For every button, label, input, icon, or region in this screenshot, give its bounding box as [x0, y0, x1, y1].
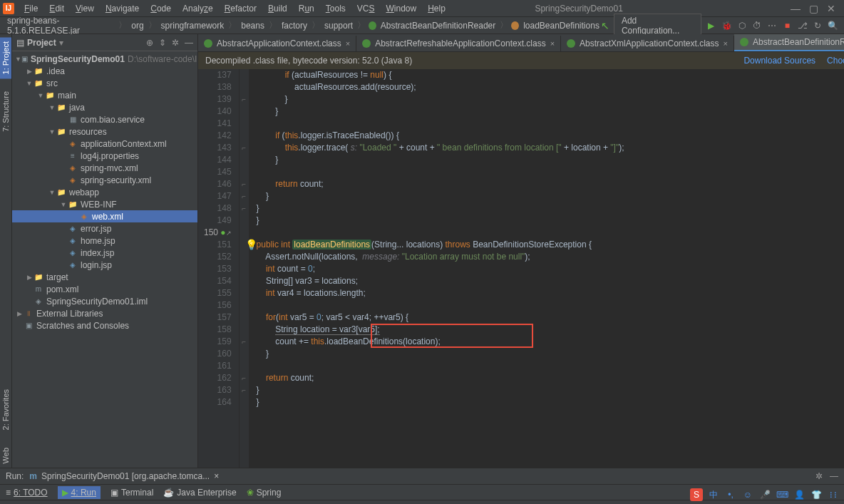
- tab-favorites[interactable]: 2: Favorites: [0, 385, 11, 434]
- search-icon[interactable]: 🔍: [828, 20, 838, 31]
- tree-item-spring-mvc-xml[interactable]: ◈spring-mvc.xml: [12, 162, 197, 174]
- code-content[interactable]: if (actualResources != null) { actualRes…: [249, 69, 844, 468]
- expand-all-icon[interactable]: ⇕: [159, 38, 166, 48]
- menu-code[interactable]: Code: [145, 2, 177, 15]
- ime-sogou-icon[interactable]: S: [690, 488, 703, 501]
- bc-org[interactable]: org: [130, 21, 145, 31]
- menu-analyze[interactable]: Analyze: [177, 2, 219, 15]
- close-tab-icon[interactable]: ×: [346, 39, 350, 48]
- build-icon[interactable]: ↖: [601, 20, 609, 31]
- menu-navigate[interactable]: Navigate: [100, 2, 145, 15]
- tree-item-target[interactable]: ▶📁target: [12, 271, 197, 283]
- hide-icon[interactable]: —: [185, 38, 193, 48]
- spring-tab[interactable]: ❀Spring: [247, 488, 282, 498]
- choose-sources-link[interactable]: Choose Sources...: [827, 56, 844, 66]
- bc-beans[interactable]: beans: [240, 21, 266, 31]
- tree-item-WEB-INF[interactable]: ▼📁WEB-INF: [12, 198, 197, 210]
- download-sources-link[interactable]: Download Sources: [743, 56, 815, 66]
- tree-item-com-biao-service[interactable]: ▦com.biao.service: [12, 113, 197, 125]
- tree-item-web-xml[interactable]: ◈web.xml: [12, 210, 197, 222]
- tree-item-resources[interactable]: ▼📁resources: [12, 125, 197, 138]
- tree-item--idea[interactable]: ▶📁.idea: [12, 65, 197, 77]
- tree-ext-libs[interactable]: ▶⫴ External Libraries: [12, 307, 197, 319]
- tree-scratches[interactable]: ▣ Scratches and Consoles: [12, 319, 197, 331]
- profile-icon[interactable]: ⏱: [751, 20, 762, 31]
- close-run-tab[interactable]: ×: [214, 471, 219, 481]
- tree-item-spring-security-xml[interactable]: ◈spring-security.xml: [12, 174, 197, 186]
- tree-item-error-jsp[interactable]: ◈error.jsp: [12, 222, 197, 235]
- run-gear-icon[interactable]: ✲: [815, 471, 823, 481]
- intention-bulb-icon[interactable]: 💡: [245, 239, 257, 251]
- tree-item-pom-xml[interactable]: mpom.xml: [12, 283, 197, 295]
- menu-build[interactable]: Build: [262, 2, 293, 15]
- tree-root[interactable]: ▼▣ SpringSecurityDemo01 D:\software-code…: [12, 53, 197, 65]
- menu-window[interactable]: Window: [380, 2, 422, 15]
- attach-icon[interactable]: ⋯: [767, 20, 778, 31]
- tab-AbstractXmlApplicationContext.class[interactable]: AbstractXmlApplicationContext.class×: [561, 36, 734, 51]
- fold-gutter[interactable]: ⌐⌐⌐⌐⌐⌐⌐⌐: [240, 69, 249, 468]
- run-icon[interactable]: ▶: [706, 20, 716, 31]
- tree-item-webapp[interactable]: ▼📁webapp: [12, 186, 197, 198]
- menu-run[interactable]: Run: [293, 2, 320, 15]
- ime-lang-icon[interactable]: 中: [707, 488, 720, 501]
- ime-keyboard-icon[interactable]: ⌨: [776, 488, 788, 501]
- bc-jar[interactable]: spring-beans-5.1.6.RELEASE.jar: [6, 16, 115, 36]
- minimize-button[interactable]: —: [791, 3, 801, 14]
- panel-dropdown[interactable]: ▾: [59, 38, 63, 48]
- run-config-tab[interactable]: m SpringSecurityDemo01 [org.apache.tomca…: [24, 470, 225, 483]
- project-tree[interactable]: ▼▣ SpringSecurityDemo01 D:\software-code…: [12, 51, 197, 468]
- gear-icon[interactable]: ✲: [172, 38, 179, 48]
- tab-project[interactable]: 1: Project: [0, 37, 11, 78]
- menu-file[interactable]: File: [19, 2, 43, 15]
- run-hide-icon[interactable]: —: [830, 471, 838, 481]
- menu-edit[interactable]: Edit: [43, 2, 70, 15]
- tree-item-home-jsp[interactable]: ◈home.jsp: [12, 235, 197, 247]
- ime-mic-icon[interactable]: 🎤: [758, 488, 771, 501]
- stop-icon[interactable]: ■: [782, 20, 793, 31]
- panel-title: Project: [27, 38, 56, 48]
- tree-item-SpringSecurityDemo01-iml[interactable]: ◈SpringSecurityDemo01.iml: [12, 295, 197, 307]
- tree-item-src[interactable]: ▼📁src: [12, 77, 197, 89]
- ime-punct-icon[interactable]: •,: [724, 488, 737, 501]
- coverage-icon[interactable]: ⬡: [736, 20, 747, 31]
- tree-item-log4j-properties[interactable]: ≡log4j.properties: [12, 150, 197, 162]
- menu-view[interactable]: View: [70, 2, 100, 15]
- bc-method[interactable]: loadBeanDefinitions: [522, 21, 601, 31]
- ime-toolbox-icon[interactable]: ⫶⫶: [827, 488, 840, 501]
- update-icon[interactable]: ↻: [812, 20, 823, 31]
- close-tab-icon[interactable]: ×: [724, 39, 728, 48]
- tree-item-main[interactable]: ▼📁main: [12, 89, 197, 101]
- tab-AbstractBeanDefinitionReader.class[interactable]: AbstractBeanDefinitionReader.class×: [734, 34, 844, 51]
- bc-class[interactable]: AbstractBeanDefinitionReader: [379, 21, 497, 31]
- tree-item-java[interactable]: ▼📁java: [12, 101, 197, 113]
- bc-support[interactable]: support: [323, 21, 354, 31]
- maximize-button[interactable]: ▢: [809, 3, 818, 14]
- ext-lib-label: External Libraries: [36, 309, 103, 319]
- close-tab-icon[interactable]: ×: [550, 39, 555, 48]
- ime-emoji-icon[interactable]: ☺: [741, 488, 754, 501]
- debug-icon[interactable]: 🐞: [721, 20, 732, 31]
- menu-tools[interactable]: Tools: [320, 2, 351, 15]
- code-area[interactable]: 1371381391401411421431441451461471481491…: [198, 69, 844, 468]
- ime-skin-icon[interactable]: 👕: [810, 488, 823, 501]
- tab-structure[interactable]: 7: Structure: [0, 87, 11, 136]
- tab-AbstractApplicationContext.class[interactable]: AbstractApplicationContext.class×: [198, 36, 356, 51]
- bc-sf[interactable]: springframework: [160, 21, 226, 31]
- run-tab[interactable]: ▶4: Run: [58, 486, 101, 499]
- terminal-tab[interactable]: ▣Terminal: [110, 488, 153, 498]
- todo-tab[interactable]: ≡6: TODO: [6, 488, 48, 498]
- tree-item-login-jsp[interactable]: ◈login.jsp: [12, 259, 197, 271]
- tree-item-index-jsp[interactable]: ◈index.jsp: [12, 247, 197, 259]
- menu-vcs[interactable]: VCS: [351, 2, 381, 15]
- git-icon[interactable]: ⎇: [797, 20, 808, 31]
- select-opened-icon[interactable]: ⊕: [146, 38, 153, 48]
- ime-user-icon[interactable]: 👤: [793, 488, 806, 501]
- close-button[interactable]: ✕: [827, 3, 835, 14]
- bc-factory[interactable]: factory: [280, 21, 309, 31]
- tree-item-applicationContext-xml[interactable]: ◈applicationContext.xml: [12, 138, 197, 150]
- tab-AbstractRefreshableApplicationContext.class[interactable]: AbstractRefreshableApplicationContext.cl…: [356, 36, 561, 51]
- java-ee-tab[interactable]: ☕Java Enterprise: [163, 488, 236, 498]
- menu-help[interactable]: Help: [422, 2, 451, 15]
- menu-refactor[interactable]: Refactor: [219, 2, 262, 15]
- tab-web[interactable]: Web: [0, 443, 11, 468]
